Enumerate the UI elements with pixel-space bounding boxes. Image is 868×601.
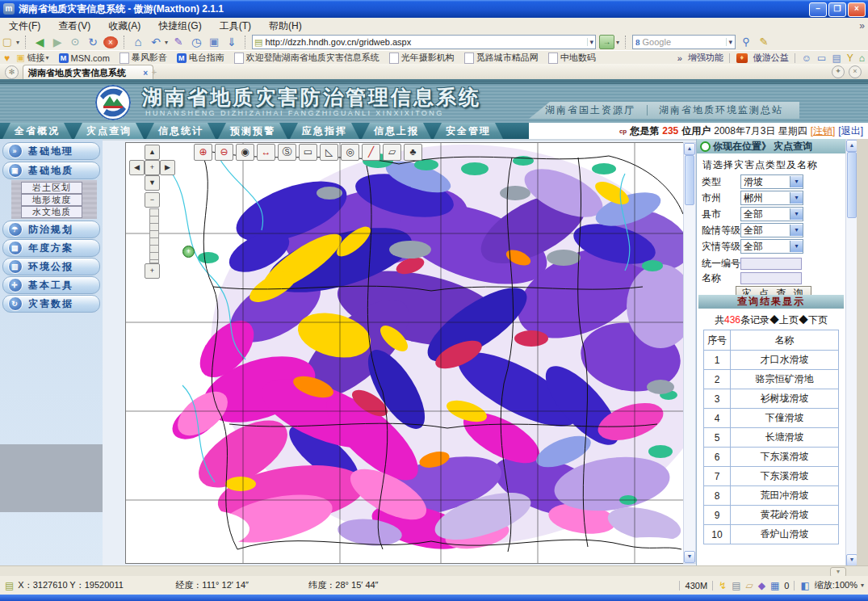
link-msn[interactable]: M MSN.com [56,53,113,63]
eagle-eye-icon[interactable]: ◉ [236,144,254,161]
link-label[interactable]: 链接 [27,52,45,64]
scroll-up-icon[interactable]: ▲ [684,143,695,155]
scrollbar-thumb[interactable] [847,152,857,218]
map-marker-icon[interactable]: + [182,246,195,258]
link-item[interactable]: 暴风影音 [116,52,170,64]
image-filter-icon[interactable]: ▦ [770,580,779,591]
danger-level-select[interactable]: 全部 ▾ [740,223,803,237]
maxthon-charity-button[interactable]: 傲游公益 [753,52,789,64]
link-label[interactable]: MSN.com [71,53,110,63]
county-select[interactable]: 全部 ▾ [740,207,803,221]
zoom-slider-plus-icon[interactable]: + [145,263,160,279]
undo-dropdown-icon[interactable]: ▾ [165,39,168,46]
row-name[interactable]: 荒田冲滑坡 [731,486,839,506]
uid-input[interactable] [740,258,802,270]
tab-close-icon[interactable]: × [143,69,148,78]
row-name[interactable]: 衫树垅滑坡 [731,389,839,409]
sidebar-sub-hydrogeology[interactable]: 水文地质 [21,206,82,218]
links-folder[interactable]: ▣ 链接 ▾ [13,52,52,64]
nav-tab-emergency[interactable]: 应急指挥 [290,123,359,139]
table-row[interactable]: 5长塘滑坡 [704,428,839,448]
sidebar-item-prevention-plan[interactable]: ☂ 防治规划 [2,221,100,238]
address-bar[interactable]: ▤ http://dzzh.hndh.gov.cn/gridweb.aspx ▾ [252,35,596,49]
disaster-level-select[interactable]: 全部 ▾ [740,239,803,254]
refresh-icon[interactable]: ↻ [86,35,100,49]
land-resources-link[interactable]: 湖南省国土资源厅 [545,103,635,117]
eraser-icon[interactable]: ▱ [383,144,401,161]
recent-dropdown-icon[interactable]: ⊙ [68,35,82,49]
minimize-icon[interactable]: – [809,2,827,17]
measure-distance-icon[interactable]: ↔ [257,144,275,161]
links-overflow-icon[interactable]: » [677,53,682,63]
split-panes-icon[interactable]: ◧ [800,580,809,591]
table-row[interactable]: 4下僮滑坡 [704,409,839,428]
nav-tab-disaster-query[interactable]: 灾点查询 [74,123,144,139]
nav-tab-overview[interactable]: 全省概况 [2,123,72,139]
enhance-features-button[interactable]: 增强功能 [688,52,723,64]
link-label[interactable]: 暴风影音 [132,52,167,64]
search-input[interactable]: 8 Google ▾ [632,35,736,49]
go-dropdown-icon[interactable]: ▾ [616,39,619,46]
link-label[interactable]: 觅路城市精品网 [476,52,539,64]
nav-tab-security[interactable]: 安全管理 [434,123,503,139]
menu-tools[interactable]: 工具(T) [211,18,260,34]
zoom-level[interactable]: 缩放:100% [815,579,858,591]
scroll-down-icon[interactable]: ▼ [684,551,695,563]
pan-left-icon[interactable]: ◀ [129,160,145,175]
link-label[interactable]: 电台指南 [189,52,224,64]
row-name[interactable]: 香炉山滑坡 [731,525,839,544]
row-name[interactable]: 才口水滑坡 [731,351,839,370]
magic-fill-icon[interactable]: ✎ [171,35,186,49]
table-row[interactable]: 8荒田冲滑坡 [704,486,839,506]
zoom-dropdown-icon[interactable]: ▾ [861,582,864,589]
select-polygon-icon[interactable]: ◺ [320,144,338,161]
nav-tab-forecast[interactable]: 预测预警 [218,123,287,139]
link-item[interactable]: 觅路城市精品网 [461,52,542,64]
new-tab-icon[interactable]: + [149,67,160,78]
tab-label[interactable]: 湖南省地质灾害信息系统 [28,67,126,79]
pages-icon[interactable]: ▤ [832,53,841,64]
pan-up-icon[interactable]: ▲ [145,145,160,160]
user-icon[interactable]: ☺ [802,53,811,64]
select-rectangle-icon[interactable]: ▭ [299,144,317,161]
exit-link[interactable]: [退出] [838,124,863,138]
download-icon[interactable]: ⇓ [224,35,239,49]
folder-icon[interactable]: ▱ [746,580,753,591]
table-row[interactable]: 10香炉山滑坡 [704,525,839,544]
back-icon[interactable]: ◀ [32,35,47,49]
sidebar-item-annual-plan[interactable]: ▤ 年度方案 [2,239,100,257]
identify-icon[interactable]: ◎ [341,144,359,161]
home-icon[interactable]: ⌂ [131,35,145,49]
link-item[interactable]: 光年摄影机构 [386,52,458,64]
highlight-icon[interactable]: ✎ [757,35,771,49]
row-name[interactable]: 下僮滑坡 [731,409,839,428]
url-text[interactable]: http://dzzh.hndh.gov.cn/gridweb.aspx [265,37,411,47]
tab-active[interactable]: 湖南省地质灾害信息系统 × [23,65,153,80]
sidebar-sub-terrain-slope[interactable]: 地形坡度 [21,194,82,206]
sidebar-item-disaster-data[interactable]: ↻ 灾害数据 [2,295,100,313]
go-button[interactable]: → [599,35,614,49]
chevron-down-icon[interactable]: ▾ [790,241,803,252]
sidebar-item-base-geology[interactable]: ▣ 基础地质 [2,162,100,179]
row-name[interactable]: 长塘滑坡 [731,428,839,448]
forward-icon[interactable]: ▶ [50,35,65,49]
type-select[interactable]: 滑坡 ▾ [740,174,803,189]
geological-map-canvas[interactable] [125,142,685,564]
chevron-down-icon[interactable]: ▾ [790,192,803,204]
window-pane-icon[interactable]: ▭ [817,53,826,64]
maximize-icon[interactable]: ❐ [828,2,846,17]
link-label[interactable]: 中地数码 [560,52,596,64]
chevron-down-icon[interactable]: ▾ [790,208,803,220]
sidebar-item-base-geography[interactable]: » 基础地理 [2,142,100,160]
pan-down-icon[interactable]: ▼ [145,175,160,191]
map-scrollbar[interactable]: ▲ ▼ [683,142,696,564]
menu-help[interactable]: 帮助(H) [260,18,311,34]
favorites-heart-icon[interactable]: ♥ [4,53,10,64]
boost-icon[interactable]: ↯ [719,580,727,591]
new-page-icon[interactable]: ▢ [0,35,15,49]
logout-link[interactable]: [注销] [811,124,836,138]
nav-tab-statistics[interactable]: 信息统计 [146,123,216,139]
printer-icon[interactable]: ▤ [732,580,740,591]
link-item[interactable]: 中地数码 [545,52,599,64]
tab-bar-close-icon[interactable]: × [849,65,862,78]
